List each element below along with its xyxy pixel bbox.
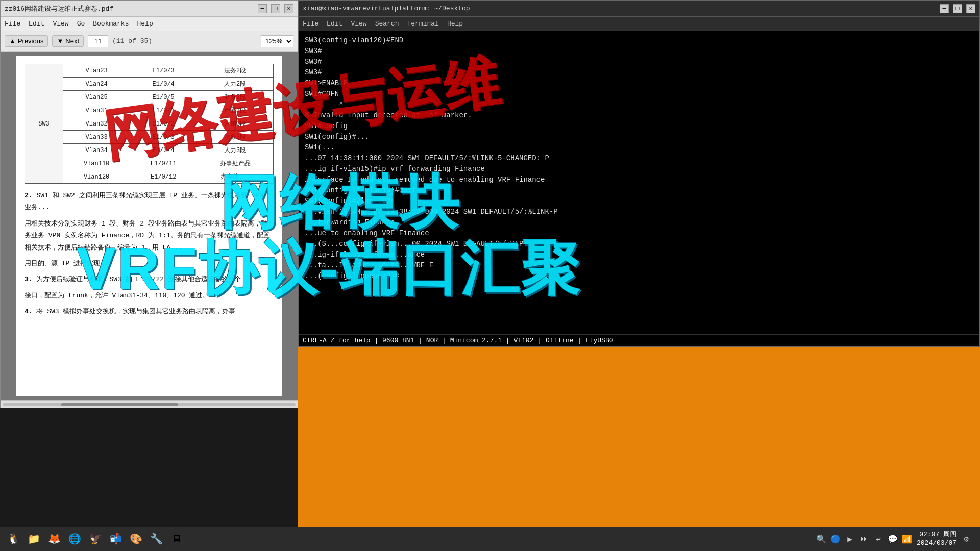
taskbar-browser-icon[interactable]: 🌐 [65,530,84,548]
terminal-output-line: ...forwarding Finance [305,217,973,228]
tray-chat-icon[interactable]: 💬 [887,534,898,545]
terminal-output-line: SW3# [305,57,973,67]
pdf-scroll-thumb [61,403,179,406]
terminal-output-line: ...fa...IP addr...e to...VRF F [305,260,973,271]
table-row: Vlan34 [63,144,130,157]
table-row: E1/0/4 [130,144,197,157]
table-row: 营销3段 [197,117,274,131]
table-row: E1/0/5 [130,91,197,104]
taskbar-firefox-icon[interactable]: 🦊 [45,530,63,548]
pdf-menu-edit[interactable]: Edit [29,20,44,28]
pdf-window: zz016网络建设与运维正式赛卷.pdf ─ □ ✕ File Edit Vie… [0,0,298,408]
table-row: E1/0/3 [130,64,197,78]
table-row: 财务2段 [197,91,274,104]
terminal-window: xiao@xiao-vmwarevirtualplatform: ~/Deskt… [298,0,980,347]
pdf-menu-go[interactable]: Go [77,20,85,28]
taskbar-paint-icon[interactable]: 🎨 [127,530,145,548]
pdf-scroll-track [3,403,296,406]
pdf-menu-file[interactable]: File [5,20,20,28]
terminal-maximize-button[interactable]: □ [953,4,962,13]
terminal-output-line: ^ [305,99,973,110]
terminal-output-line: ...ue to enabling VRF Finance [305,228,973,239]
table-row: E1/0/11 [130,157,197,170]
tray-network-icon[interactable]: 🔵 [830,534,841,545]
terminal-content[interactable]: SW3(config-vlan120)#ENDSW3#SW3#SW3#SW1>E… [299,31,979,334]
orange-desktop-area [298,347,980,527]
pdf-vlan-table: SW3Vlan23E1/0/3法务2段Vlan24E1/0/4人力2段Vlan2… [24,64,274,184]
pdf-title: zz016网络建设与运维正式赛卷.pdf [5,4,258,13]
taskbar-tool-icon[interactable]: 🔧 [147,530,165,548]
terminal-menu-help[interactable]: Help [447,20,463,28]
pdf-content-area: SW3Vlan23E1/0/3法务2段Vlan24E1/0/4人力2段Vlan2… [1,52,298,400]
tray-search-icon[interactable]: 🔍 [816,534,827,545]
table-row: Vlan33 [63,131,130,144]
table-row: 法务2段 [197,64,274,78]
pdf-menu-bookmarks[interactable]: Bookmarks [93,20,129,28]
tray-wifi-icon[interactable]: 📶 [901,534,913,545]
terminal-output-line: SW3# [305,46,973,57]
terminal-menu-terminal[interactable]: Terminal [407,20,438,28]
terminal-output-line: ...07 14:38:11:000 2024 SW1 DEFAULT/5/:%… [305,153,973,164]
pdf-para-ip: 用目的、源 IP 进行实现... [24,258,274,269]
tray-back-icon[interactable]: ↩ [873,534,884,545]
table-row: Vlan31 [63,104,130,117]
taskbar-time-text: 02:07 周四 [917,531,957,539]
next-arrow-icon: ▼ [57,37,63,45]
table-sw-cell: SW3 [25,64,63,184]
taskbar-terminal-icon[interactable]: 🖥 [167,530,186,548]
terminal-statusbar: CTRL-A Z for help | 9600 8N1 | NOR | Min… [299,334,979,346]
table-row: Vlan24 [63,78,130,91]
tray-skip-icon[interactable]: ⏭ [859,534,870,545]
terminal-title: xiao@xiao-vmwarevirtualplatform: ~/Deskt… [303,5,940,12]
table-row: Vlan120 [63,170,130,184]
pdf-window-controls: ─ □ ✕ [258,4,293,13]
pdf-close-button[interactable]: ✕ [284,4,293,13]
pdf-minimize-button[interactable]: ─ [258,4,267,13]
pdf-prev-button[interactable]: ▲ Previous [5,35,48,47]
pdf-next-button[interactable]: ▼ Next [52,35,84,47]
pdf-zoom-select[interactable]: 125% 100% 150% 75% [261,35,293,47]
taskbar-clock: 02:07 周四 2024/03/07 [917,531,957,548]
taskbar-left: 🐧 📁 🦊 🌐 🦅 📬 🎨 🔧 🖥 [0,530,190,548]
terminal-menubar: File Edit View Search Terminal Help [299,17,979,31]
pdf-page-input[interactable] [88,35,108,47]
taskbar-eagle-icon[interactable]: 🦅 [86,530,104,548]
terminal-output-line: SW1(config)#... [305,132,973,142]
taskbar-right: 🔍 🔵 ▶ ⏭ ↩ 💬 📶 02:07 周四 2024/03/07 ⚙ [807,531,980,548]
pdf-menu-help[interactable]: Help [137,20,153,28]
terminal-menu-edit[interactable]: Edit [327,20,342,28]
terminal-output-line: SW1#COFN [305,89,973,99]
taskbar-date-text: 2024/03/07 [917,539,957,548]
terminal-minimize-button[interactable]: ─ [940,4,949,13]
pdf-page: SW3Vlan23E1/0/3法务2段Vlan24E1/0/4人力2段Vlan2… [16,56,282,396]
pdf-para-trunk: 接口，配置为 trunk，允许 Vlan31-34、110、120 通过。 [24,290,274,302]
terminal-output-line: ...vlan 1024Mar 07 14:38:52:000 2024 SW1… [305,207,973,217]
prev-arrow-icon: ▲ [9,37,16,45]
terminal-menu-file[interactable]: File [303,20,318,28]
pdf-para-2: 2. SW1 和 SW2 之间利用三条裸光缆实现三层 IP 业务、一条裸光缆承载… [24,190,274,214]
terminal-close-button[interactable]: ✕ [966,4,975,13]
terminal-output-line: SW1(config)#vlan 1024 [305,196,973,207]
taskbar-files-icon[interactable]: 📁 [24,530,43,548]
pdf-maximize-button[interactable]: □ [271,4,280,13]
taskbar-settings-icon[interactable]: ⚙ [961,534,972,545]
taskbar-start-icon[interactable]: 🐧 [4,530,22,548]
terminal-menu-search[interactable]: Search [375,20,399,28]
taskbar-mail-icon[interactable]: 📬 [106,530,125,548]
pdf-menu-view[interactable]: View [53,20,68,28]
terminal-menu-view[interactable]: View [351,20,366,28]
terminal-titlebar: xiao@xiao-vmwarevirtualplatform: ~/Deskt… [299,1,979,17]
table-row: 办事处产品 [197,157,274,170]
next-label: Next [65,37,79,45]
table-row: Vlan110 [63,157,130,170]
pdf-zoom-control: 125% 100% 150% 75% [261,35,293,47]
pdf-body-text: 2. SW1 和 SW2 之间利用三条裸光缆实现三层 IP 业务、一条裸光缆承载… [24,190,274,318]
table-row: Vlan32 [63,117,130,131]
table-row: E1/0/3 [130,131,197,144]
pdf-scrollbar[interactable] [1,400,298,408]
terminal-output-line: SW3# [305,67,973,78]
pdf-para-vpn: 用相关技术分别实现财务 1 段、财务 2 段业务路由表与其它业务路由表隔离，财务… [24,218,274,254]
tray-icons: 🔍 🔵 ▶ ⏭ ↩ 💬 📶 [816,534,913,545]
taskbar: 🐧 📁 🦊 🌐 🦅 📬 🎨 🔧 🖥 🔍 🔵 ▶ ⏭ ↩ 💬 📶 02:07 周四… [0,527,980,551]
tray-play-icon[interactable]: ▶ [844,534,855,545]
